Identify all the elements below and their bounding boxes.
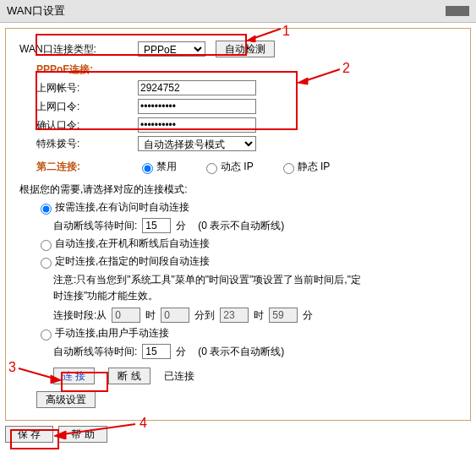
timed-note: 注意:只有当您到"系统工具"菜单的"时间设置"项设置了当前时间后,"定 时连接"… bbox=[53, 272, 457, 304]
dialmode-select[interactable]: 自动选择拨号模式 bbox=[138, 136, 256, 151]
mode-intro: 根据您的需要,请选择对应的连接模式: bbox=[19, 182, 457, 197]
to-hour-input[interactable] bbox=[220, 308, 249, 323]
confirm-label: 确认口令: bbox=[36, 118, 138, 133]
wan-type-label: WAN口连接类型: bbox=[19, 42, 138, 57]
period-row: 连接时段:从 时 分到 时 分 bbox=[53, 308, 457, 323]
second-conn-title: 第二连接: bbox=[36, 160, 138, 174]
second-dynip-option[interactable]: 动态 IP bbox=[202, 160, 254, 174]
from-hour-input[interactable] bbox=[112, 308, 140, 323]
mode-on-demand-option[interactable]: 按需连接,在有访问时自动连接 bbox=[36, 200, 189, 215]
mode-on-demand-row: 按需连接,在有访问时自动连接 bbox=[36, 200, 457, 215]
mode-on-demand-radio[interactable] bbox=[41, 204, 52, 215]
unit-min-2: 分 bbox=[303, 308, 313, 323]
main-panel: WAN口连接类型: PPPoE 自动检测 PPPoE连接: 上网帐号: 上网口令… bbox=[5, 28, 471, 421]
dialmode-label: 特殊拨号: bbox=[36, 137, 138, 151]
account-input[interactable] bbox=[138, 80, 256, 95]
mode-timed-row: 定时连接,在指定的时间段自动连接 bbox=[36, 254, 457, 269]
bottom-bar: 保 存 帮 助 bbox=[5, 426, 476, 443]
confirm-input[interactable] bbox=[138, 117, 256, 133]
second-disable-option[interactable]: 禁用 bbox=[138, 160, 177, 174]
second-conn-row: 第二连接: 禁用 动态 IP 静态 IP bbox=[36, 160, 457, 174]
period-label: 连接时段:从 bbox=[53, 308, 107, 323]
unit-min-1: 分 bbox=[176, 219, 186, 233]
mode-manual-row: 手动连接,由用户手动连接 bbox=[36, 326, 457, 340]
mode-auto-row: 自动连接,在开机和断线后自动连接 bbox=[36, 237, 457, 251]
account-row: 上网帐号: bbox=[36, 80, 457, 95]
mode-timed-option[interactable]: 定时连接,在指定的时间段自动连接 bbox=[36, 254, 210, 269]
second-disable-radio[interactable] bbox=[142, 163, 153, 174]
idle-label-2: 自动断线等待时间: bbox=[53, 345, 137, 359]
auto-detect-button[interactable]: 自动检测 bbox=[216, 41, 275, 57]
from-min-input[interactable] bbox=[161, 308, 189, 323]
save-button[interactable]: 保 存 bbox=[5, 426, 53, 443]
mode-timed-radio[interactable] bbox=[41, 258, 52, 269]
connection-status: 已连接 bbox=[164, 369, 194, 384]
window-control-icon[interactable] bbox=[446, 6, 469, 16]
second-static-radio[interactable] bbox=[283, 163, 294, 174]
second-dynip-radio[interactable] bbox=[206, 163, 217, 174]
confirm-row: 确认口令: bbox=[36, 117, 457, 133]
advanced-button[interactable]: 高级设置 bbox=[36, 391, 96, 408]
wan-type-select[interactable]: PPPoE bbox=[138, 41, 205, 57]
mode-manual-radio[interactable] bbox=[41, 329, 52, 340]
idle-input-2[interactable] bbox=[142, 344, 171, 359]
unit-hour-2: 时 bbox=[254, 308, 264, 323]
hint-zero-2: (0 表示不自动断线) bbox=[198, 345, 284, 359]
pppoe-title: PPPoE连接: bbox=[36, 63, 457, 77]
idle-input-1[interactable] bbox=[142, 218, 171, 233]
wan-type-row: WAN口连接类型: PPPoE 自动检测 bbox=[19, 41, 457, 57]
help-button[interactable]: 帮 助 bbox=[58, 426, 107, 443]
connect-button[interactable]: 连 接 bbox=[53, 368, 95, 384]
window-titlebar: WAN口设置 bbox=[0, 0, 476, 23]
account-label: 上网帐号: bbox=[36, 81, 138, 95]
window-title: WAN口设置 bbox=[7, 3, 65, 19]
unit-hour-1: 时 bbox=[145, 308, 156, 323]
to-min-input[interactable] bbox=[269, 308, 298, 323]
password-input[interactable] bbox=[138, 99, 256, 114]
mode-auto-radio[interactable] bbox=[41, 240, 52, 251]
second-static-option[interactable]: 静态 IP bbox=[279, 160, 331, 174]
disconnect-button[interactable]: 断 线 bbox=[108, 368, 150, 384]
idle-timeout-row-2: 自动断线等待时间: 分 (0 表示不自动断线) bbox=[53, 344, 457, 359]
password-label: 上网口令: bbox=[36, 100, 138, 114]
hint-zero-1: (0 表示不自动断线) bbox=[198, 219, 284, 233]
password-row: 上网口令: bbox=[36, 99, 457, 114]
advanced-row: 高级设置 bbox=[36, 391, 457, 408]
connect-row: 连 接 断 线 已连接 bbox=[53, 368, 457, 384]
idle-timeout-row-1: 自动断线等待时间: 分 (0 表示不自动断线) bbox=[53, 218, 457, 233]
mode-auto-option[interactable]: 自动连接,在开机和断线后自动连接 bbox=[36, 237, 210, 251]
dialmode-row: 特殊拨号: 自动选择拨号模式 bbox=[36, 136, 457, 151]
mode-manual-option[interactable]: 手动连接,由用户手动连接 bbox=[36, 326, 169, 340]
idle-label-1: 自动断线等待时间: bbox=[53, 219, 137, 233]
unit-min-3: 分 bbox=[176, 345, 186, 359]
to-label: 分到 bbox=[194, 308, 215, 323]
